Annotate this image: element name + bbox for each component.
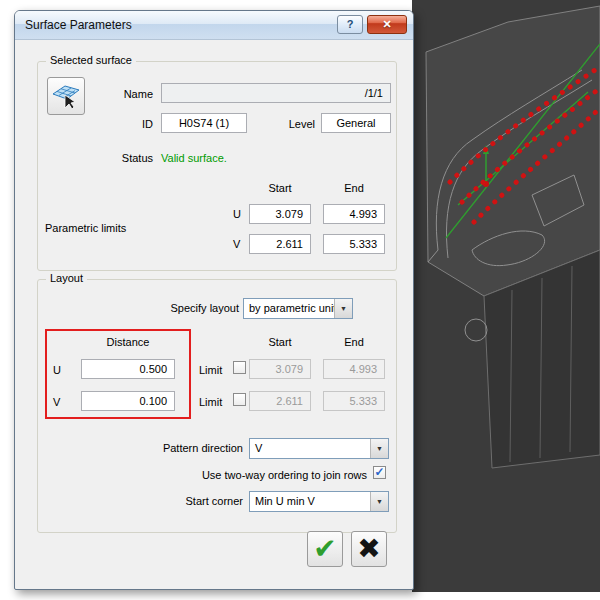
v-limit-label: Limit: [199, 395, 222, 409]
param-u-label: U: [233, 207, 241, 221]
distance-header: Distance: [78, 335, 178, 349]
pattern-direction-value: V: [255, 442, 262, 454]
two-way-ordering-checkbox[interactable]: ✓: [373, 466, 386, 479]
surface-parameters-dialog: Surface Parameters ? ✕ Selected surface …: [14, 10, 414, 590]
param-u-end-field[interactable]: 4.993: [323, 204, 385, 224]
layout-v-end-field: 5.333: [323, 391, 385, 411]
specify-layout-value: by parametric units: [249, 302, 342, 314]
name-label: Name: [113, 87, 153, 101]
two-way-ordering-label: Use two-way ordering to join rows: [85, 468, 367, 482]
layout-u-end-field: 4.993: [323, 359, 385, 379]
param-v-label: V: [233, 237, 240, 251]
param-u-start-field[interactable]: 3.079: [249, 204, 311, 224]
dialog-title: Surface Parameters: [25, 18, 132, 32]
close-button[interactable]: ✕: [367, 15, 407, 34]
layout-v-label: V: [53, 395, 60, 409]
id-label: ID: [113, 117, 153, 131]
surface-icon: [48, 78, 84, 114]
titlebar[interactable]: Surface Parameters ? ✕: [15, 11, 413, 40]
status-label: Status: [109, 151, 153, 165]
start-corner-value: Min U min V: [255, 495, 315, 507]
v-distance-field[interactable]: 0.100: [81, 391, 175, 411]
param-v-end-field[interactable]: 5.333: [323, 234, 385, 254]
pattern-direction-dropdown[interactable]: V ▼: [249, 438, 389, 459]
ok-button[interactable]: ✔: [307, 531, 343, 567]
id-field[interactable]: H0S74 (1): [161, 113, 247, 133]
viewport-3d[interactable]: [412, 0, 600, 600]
chevron-down-icon: ▼: [334, 299, 352, 318]
u-limit-checkbox[interactable]: [233, 361, 246, 374]
layout-v-start-field: 2.611: [249, 391, 311, 411]
chevron-down-icon: ▼: [370, 439, 388, 458]
u-limit-label: Limit: [199, 363, 222, 377]
level-field[interactable]: General: [321, 113, 391, 133]
param-v-start-field[interactable]: 2.611: [249, 234, 311, 254]
status-value: Valid surface.: [161, 151, 227, 165]
layout-start-header: Start: [249, 335, 311, 349]
param-end-header: End: [323, 181, 385, 195]
layout-u-label: U: [53, 363, 61, 377]
start-corner-label: Start corner: [135, 494, 243, 508]
specify-layout-dropdown[interactable]: by parametric units ▼: [243, 298, 353, 319]
level-label: Level: [261, 117, 315, 131]
selected-surface-group-label: Selected surface: [46, 54, 136, 66]
help-button[interactable]: ?: [337, 15, 363, 34]
u-distance-field[interactable]: 0.500: [81, 359, 175, 379]
cancel-button[interactable]: ✖: [351, 531, 387, 567]
layout-u-start-field: 3.079: [249, 359, 311, 379]
screen: Surface Parameters ? ✕ Selected surface …: [0, 0, 600, 600]
specify-layout-label: Specify layout: [101, 301, 239, 315]
layout-end-header: End: [323, 335, 385, 349]
x-icon: ✖: [357, 533, 380, 564]
parametric-limits-label: Parametric limits: [45, 221, 126, 235]
v-limit-checkbox[interactable]: [233, 393, 246, 406]
start-corner-dropdown[interactable]: Min U min V ▼: [249, 491, 389, 512]
check-icon: ✔: [313, 533, 336, 564]
param-start-header: Start: [249, 181, 311, 195]
name-field[interactable]: /1/1: [161, 83, 391, 103]
layout-group-label: Layout: [46, 272, 87, 284]
surface-select-button[interactable]: [47, 77, 85, 115]
chevron-down-icon: ▼: [370, 492, 388, 511]
pattern-direction-label: Pattern direction: [125, 441, 243, 455]
